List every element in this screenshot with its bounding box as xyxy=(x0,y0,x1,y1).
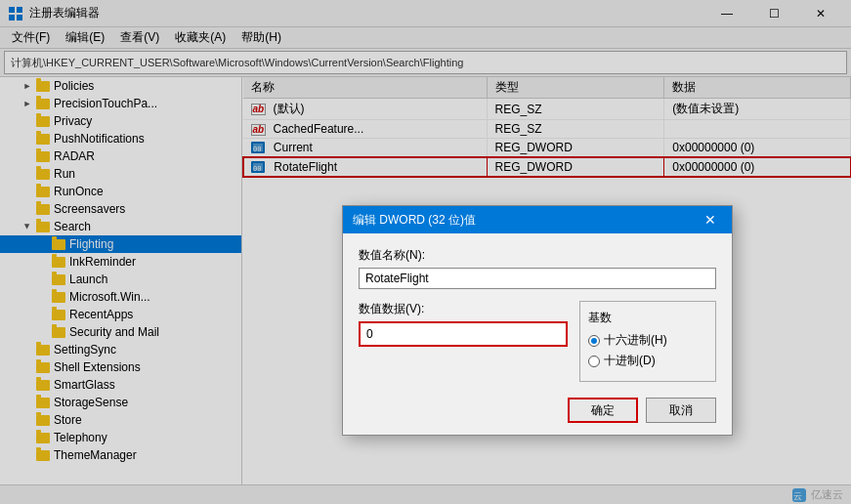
dialog-value-row: 数值数据(V): 基数 十六进制(H) 十进制(D) xyxy=(359,301,716,382)
value-label: 数值数据(V): xyxy=(359,301,568,317)
value-input[interactable] xyxy=(359,321,568,347)
dec-radio-label: 十进制(D) xyxy=(604,353,656,369)
value-section: 数值数据(V): xyxy=(359,301,568,347)
ok-button[interactable]: 确定 xyxy=(568,398,638,423)
hex-radio-label: 十六进制(H) xyxy=(604,332,667,349)
dialog-footer: 确定 取消 xyxy=(343,392,732,435)
dialog-title: 编辑 DWORD (32 位)值 xyxy=(353,212,699,229)
dec-radio-circle xyxy=(588,356,600,367)
hex-radio-item[interactable]: 十六进制(H) xyxy=(588,332,707,349)
hex-radio-circle xyxy=(588,335,600,347)
dec-radio-item[interactable]: 十进制(D) xyxy=(588,353,707,369)
dialog-close-button[interactable]: ✕ xyxy=(699,208,722,231)
dialog-title-bar: 编辑 DWORD (32 位)值 ✕ xyxy=(343,206,732,233)
dialog-body: 数值名称(N): 数值数据(V): 基数 十六进制(H) xyxy=(343,233,732,392)
dialog-overlay: 编辑 DWORD (32 位)值 ✕ 数值名称(N): 数值数据(V): 基数 … xyxy=(0,0,851,504)
cancel-button[interactable]: 取消 xyxy=(646,398,716,423)
name-input[interactable] xyxy=(359,268,716,289)
base-title: 基数 xyxy=(588,310,707,326)
edit-dword-dialog: 编辑 DWORD (32 位)值 ✕ 数值名称(N): 数值数据(V): 基数 … xyxy=(342,205,733,436)
name-label: 数值名称(N): xyxy=(359,247,716,264)
base-section: 基数 十六进制(H) 十进制(D) xyxy=(579,301,716,382)
